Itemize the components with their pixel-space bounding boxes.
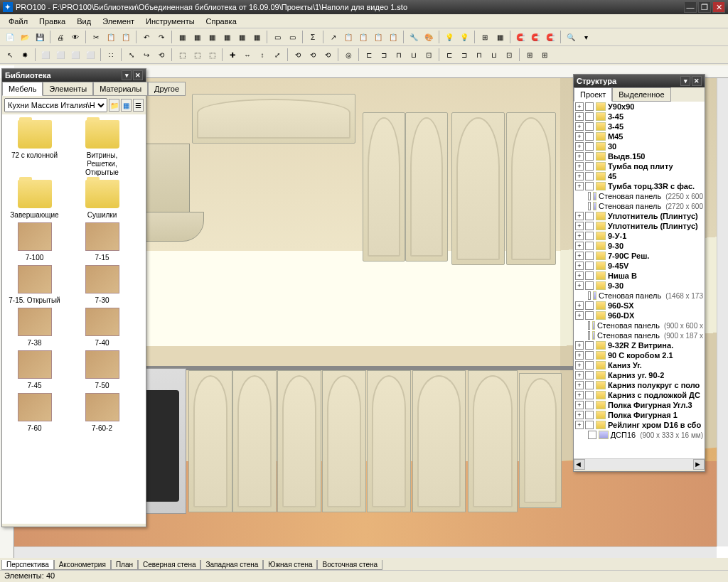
library-view-icon[interactable]: ▦ [121,99,132,112]
toolbar-button[interactable]: 📋 [119,30,133,44]
panel-dropdown-icon[interactable]: ▾ [122,70,132,80]
toolbar-button[interactable]: ⤡ [124,48,139,62]
toolbar-button[interactable]: ⟲ [291,48,305,62]
toolbar-button[interactable]: 📋 [371,30,385,44]
library-item[interactable]: 72 с колонной [8,120,61,177]
tree-item[interactable]: +9-45V [574,261,705,271]
tree-item[interactable]: Стеновая панель(900 x 600 x [574,320,705,330]
toolbar-button[interactable]: ⟲ [306,48,320,62]
library-item[interactable]: 7-50 [75,350,129,390]
tree-item[interactable]: +9-У-1 [574,231,705,241]
toolbar-button[interactable]: ▭ [285,30,299,44]
tree-item[interactable]: +Рейлинг хром D16 в сбо [574,420,705,430]
view-tab-Восточная стена[interactable]: Восточная стена [317,560,382,570]
tree-item[interactable]: Стеновая панель(1468 x 173 [574,291,705,301]
tree-item[interactable]: ДСП16(900 x 333 x 16 мм) [574,430,705,440]
library-tab-Материалы[interactable]: Материалы [93,82,148,96]
toolbar-button[interactable]: ↶ [139,30,154,44]
library-item[interactable]: 7-30 [75,265,129,305]
library-tab-Элементы[interactable]: Элементы [43,82,93,96]
view-tab-Аксонометрия[interactable]: Аксонометрия [54,560,111,570]
toolbar-button[interactable]: ⊞ [478,30,492,44]
toolbar-button[interactable]: ⟲ [321,48,335,62]
toolbar-button[interactable]: ▦ [250,30,264,44]
toolbar-button[interactable]: ✂ [89,30,103,44]
toolbar-button[interactable]: ▦ [235,30,249,44]
menu-Справка[interactable]: Справка [200,16,242,27]
toolbar-button[interactable]: ◎ [341,48,355,62]
library-item[interactable]: Сушилки [75,180,129,220]
library-item[interactable]: Витрины, Решетки, Открытые [75,120,129,177]
menu-Файл[interactable]: Файл [3,16,33,27]
toolbar-button[interactable]: ⊐ [457,48,471,62]
toolbar-button[interactable]: ✚ [225,48,240,62]
toolbar-button[interactable]: ↷ [154,30,168,44]
tree-item[interactable]: +Ниша В [574,271,705,281]
tree-item[interactable]: +Полка Фигурная Угл.3 [574,400,705,410]
toolbar-button[interactable]: 📋 [356,30,370,44]
tree-item[interactable]: +30 [574,141,705,151]
toolbar-button[interactable]: ↕ [255,48,269,62]
toolbar-button[interactable]: ▦ [175,30,189,44]
library-item[interactable]: 7-60 [8,393,61,433]
toolbar-button[interactable]: ▦ [205,30,219,44]
tree-item[interactable]: +Выдв.150 [574,151,705,161]
toolbar-button[interactable]: ↖ [3,48,17,62]
tree-item[interactable]: +90 С коробом 2.1 [574,350,705,360]
tree-item[interactable]: +Карниз уг. 90-2 [574,370,705,380]
toolbar-button[interactable]: 🔍 [564,30,578,44]
toolbar-button[interactable]: ⊞ [523,48,537,62]
view-tab-Южная стена[interactable]: Южная стена [263,560,317,570]
toolbar-button[interactable]: ⊐ [377,48,391,62]
toolbar-button[interactable]: 🔧 [407,30,421,44]
toolbar-button[interactable]: ▦ [190,30,204,44]
toolbar-button[interactable]: ▾ [579,30,593,44]
toolbar-button[interactable]: ⬜ [53,48,68,62]
toolbar-button[interactable]: ⬜ [68,48,82,62]
toolbar-button[interactable]: ⊓ [472,48,486,62]
toolbar-button[interactable]: ⬚ [190,48,204,62]
tree-item[interactable]: +Уплотнитель (Плинтус) [574,221,705,231]
toolbar-button[interactable]: 📋 [341,30,355,44]
tree-item[interactable]: +9-30 [574,241,705,251]
toolbar-button[interactable]: 💾 [33,30,47,44]
view-tab-План[interactable]: План [111,560,138,570]
toolbar-button[interactable]: Σ [306,30,320,44]
toolbar-button[interactable]: ▭ [270,30,284,44]
structure-tab-Проект[interactable]: Проект [574,87,612,102]
library-item[interactable]: Завершающие [8,180,61,220]
scrollbar-horizontal[interactable] [14,546,717,558]
toolbar-button[interactable]: 👁 [68,30,82,44]
toolbar-button[interactable]: ⊔ [407,48,421,62]
toolbar-button[interactable]: 📋 [386,30,400,44]
tree-item[interactable]: Стеновая панель(2720 x 600 [574,201,705,211]
structure-scrollbar-h[interactable]: ◄► [574,458,705,470]
tree-item[interactable]: +9-30 [574,281,705,291]
toolbar-button[interactable]: ▦ [493,30,507,44]
library-tab-Мебель[interactable]: Мебель [2,82,43,96]
toolbar-button[interactable]: ⊡ [502,48,516,62]
panel-close-icon[interactable]: ✕ [692,76,702,86]
panel-close-icon[interactable]: ✕ [133,70,143,80]
tree-item[interactable]: +960-SX [574,301,705,311]
library-item[interactable]: 7-60-2 [75,393,129,433]
library-item[interactable]: 7-38 [8,308,61,347]
toolbar-button[interactable]: ⬚ [205,48,219,62]
tree-item[interactable]: +Тумба под плиту [574,161,705,171]
menu-Вид[interactable]: Вид [71,16,97,27]
structure-tab-Выделенное[interactable]: Выделенное [612,87,670,102]
toolbar-button[interactable]: ↔ [240,48,255,62]
toolbar-button[interactable]: 🎨 [422,30,436,44]
library-up-icon[interactable]: 📁 [109,99,119,112]
tree-item[interactable]: +Карниз полукруг с поло [574,380,705,390]
menu-Правка[interactable]: Правка [33,16,71,27]
toolbar-button[interactable]: ↪ [139,48,154,62]
toolbar-button[interactable]: ⊓ [392,48,406,62]
scrollbar-vertical[interactable] [717,78,728,546]
view-tab-Перспектива[interactable]: Перспектива [1,560,54,570]
toolbar-button[interactable]: ⬜ [38,48,53,62]
tree-item[interactable]: Стеновая панель(900 x 187 x [574,330,705,340]
menu-Элемент[interactable]: Элемент [97,16,140,27]
library-path-dropdown[interactable]: Кухни Массив Италия\Н [4,98,107,112]
library-tab-Другое[interactable]: Другое [148,82,186,96]
